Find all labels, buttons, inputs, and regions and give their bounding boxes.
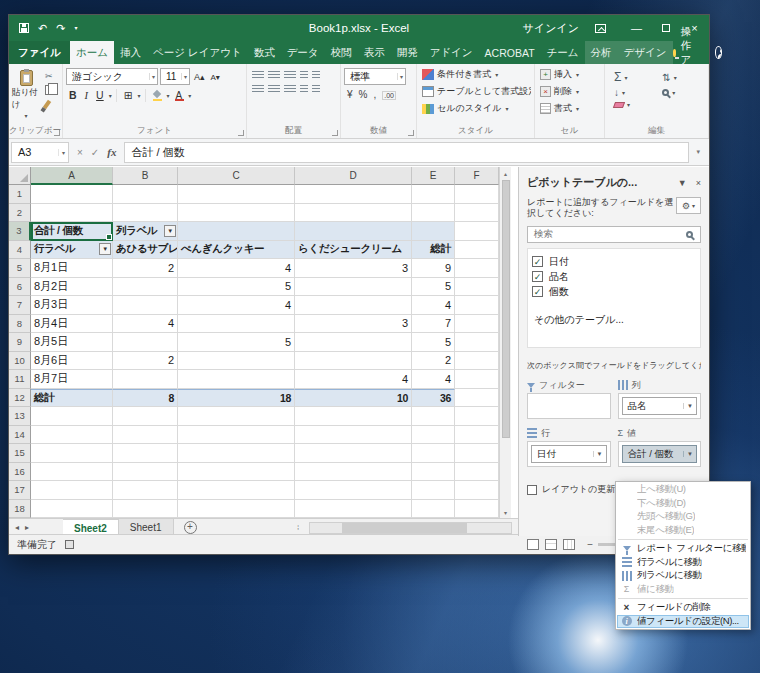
find-select-button[interactable]: ▾ — [662, 87, 699, 98]
cell-C15[interactable] — [178, 444, 295, 463]
cell-F3[interactable] — [455, 222, 499, 241]
maximize-button[interactable] — [651, 22, 680, 34]
ribbon-tab-ページ レイアウト[interactable]: ページ レイアウト — [147, 41, 248, 64]
cell-E1[interactable] — [412, 185, 455, 204]
tell-me-area[interactable]: 操作アシ — [673, 41, 731, 64]
cell-A7[interactable]: 8月3日 — [31, 296, 113, 315]
cell-E12[interactable]: 36 — [412, 389, 455, 408]
cell-E14[interactable] — [412, 426, 455, 445]
row-header-4[interactable]: 4 — [9, 241, 31, 260]
cell-F15[interactable] — [455, 444, 499, 463]
previous-sheet-icon[interactable]: ◂ — [15, 523, 19, 532]
qat-customize-icon[interactable]: ▾ — [74, 25, 77, 31]
ribbon-tab-チーム[interactable]: チーム — [541, 41, 585, 64]
cell-A12[interactable]: 総計 — [31, 389, 113, 408]
cell-B11[interactable] — [113, 370, 178, 389]
undo-button[interactable]: ↶ — [38, 23, 47, 34]
cell-A10[interactable]: 8月6日 — [31, 352, 113, 371]
cell-B12[interactable]: 8 — [113, 389, 178, 408]
field-item-個数[interactable]: ✓個数 — [532, 284, 696, 299]
font-size-select[interactable]: 11 ▾ — [160, 68, 190, 85]
ribbon-tab-校閲[interactable]: 校閲 — [325, 41, 358, 64]
ribbon-tab-ホーム[interactable]: ホーム — [70, 41, 114, 64]
dialog-launcher-icon[interactable] — [54, 130, 60, 136]
ribbon-tab-データ[interactable]: データ — [281, 41, 325, 64]
cell-A15[interactable] — [31, 444, 113, 463]
cell-C14[interactable] — [178, 426, 295, 445]
cell-D18[interactable] — [295, 500, 412, 519]
row-header-11[interactable]: 11 — [9, 370, 31, 389]
zoom-out-icon[interactable]: − — [587, 539, 593, 550]
sort-filter-button[interactable]: ⇅ ▾ — [662, 70, 699, 84]
row-header-3[interactable]: 3 — [9, 222, 31, 241]
ribbon-tab-分析[interactable]: 分析 — [585, 41, 618, 64]
cell-F12[interactable] — [455, 389, 499, 408]
cell-B1[interactable] — [113, 185, 178, 204]
cell-F8[interactable] — [455, 315, 499, 334]
cell-E15[interactable] — [412, 444, 455, 463]
field-item-日付[interactable]: ✓日付 — [532, 254, 696, 269]
filter-button[interactable]: ▼ — [99, 243, 111, 255]
column-header-C[interactable]: C — [178, 167, 295, 185]
menu-item-5[interactable]: レポート フィルターに移動 — [617, 542, 749, 556]
pane-close-icon[interactable]: × — [696, 178, 701, 188]
cancel-icon[interactable]: × — [77, 147, 83, 158]
cell-A6[interactable]: 8月2日 — [31, 278, 113, 297]
cell-F16[interactable] — [455, 463, 499, 482]
cell-C3[interactable] — [178, 222, 295, 241]
dialog-launcher-icon[interactable] — [408, 130, 414, 136]
row-header-15[interactable]: 15 — [9, 444, 31, 463]
cell-F11[interactable] — [455, 370, 499, 389]
cell-D16[interactable] — [295, 463, 412, 482]
cell-E5[interactable]: 9 — [412, 259, 455, 278]
orientation-icon[interactable] — [300, 71, 308, 80]
currency-format-icon[interactable]: ¥ — [347, 89, 353, 100]
underline-button[interactable]: U — [93, 87, 107, 103]
clear-button[interactable]: ▾ — [614, 101, 652, 108]
menu-item-6[interactable]: 行ラベルに移動 — [617, 556, 749, 570]
vertical-scroll-thumb[interactable] — [502, 180, 510, 438]
dialog-launcher-icon[interactable] — [332, 130, 338, 136]
cell-A13[interactable] — [31, 407, 113, 426]
cell-E18[interactable] — [412, 500, 455, 519]
cell-A5[interactable]: 8月1日 — [31, 259, 113, 278]
cell-C10[interactable] — [178, 352, 295, 371]
decimal-format-icon[interactable] — [382, 89, 396, 100]
cell-C16[interactable] — [178, 463, 295, 482]
cell-E13[interactable] — [412, 407, 455, 426]
cell-D5[interactable]: 3 — [295, 259, 412, 278]
cell-D3[interactable] — [295, 222, 412, 241]
ribbon-tab-開発[interactable]: 開発 — [391, 41, 424, 64]
cell-F6[interactable] — [455, 278, 499, 297]
ribbon-tab-数式[interactable]: 数式 — [248, 41, 281, 64]
row-header-16[interactable]: 16 — [9, 463, 31, 482]
field-chip-columns[interactable]: 品名 ▼ — [622, 397, 698, 415]
checkbox-品名[interactable]: ✓ — [532, 271, 543, 282]
cell-D12[interactable]: 10 — [295, 389, 412, 408]
field-chip-rows[interactable]: 日付 ▼ — [531, 445, 607, 463]
cell-E7[interactable]: 4 — [412, 296, 455, 315]
merge-center-icon[interactable] — [312, 85, 320, 94]
vertical-scrollbar[interactable]: ▴ ▾ — [499, 167, 511, 518]
save-icon[interactable] — [19, 23, 29, 33]
cells-button-0[interactable]: 挿入▾ — [538, 66, 601, 83]
cell-B9[interactable] — [113, 333, 178, 352]
cell-B2[interactable] — [113, 204, 178, 223]
cell-D15[interactable] — [295, 444, 412, 463]
grow-font-icon[interactable] — [192, 71, 207, 82]
comma-format-icon[interactable]: , — [373, 89, 376, 100]
cell-E4[interactable]: 総計 — [412, 241, 455, 260]
tools-button[interactable]: ⚙ ▾ — [676, 197, 701, 214]
cell-A2[interactable] — [31, 204, 113, 223]
fill-color-button[interactable] — [150, 87, 165, 103]
cell-E9[interactable]: 5 — [412, 333, 455, 352]
cell-B3[interactable]: 列ラベル▼ — [113, 222, 178, 241]
cell-A3[interactable]: 合計 / 個数 — [31, 222, 113, 241]
format-painter-button[interactable] — [45, 99, 53, 109]
horizontal-scrollbar[interactable] — [309, 522, 512, 534]
cell-D2[interactable] — [295, 204, 412, 223]
cell-E10[interactable]: 2 — [412, 352, 455, 371]
cell-C4[interactable]: ぺんぎんクッキー — [178, 241, 295, 260]
cell-E8[interactable]: 7 — [412, 315, 455, 334]
cell-E11[interactable]: 4 — [412, 370, 455, 389]
